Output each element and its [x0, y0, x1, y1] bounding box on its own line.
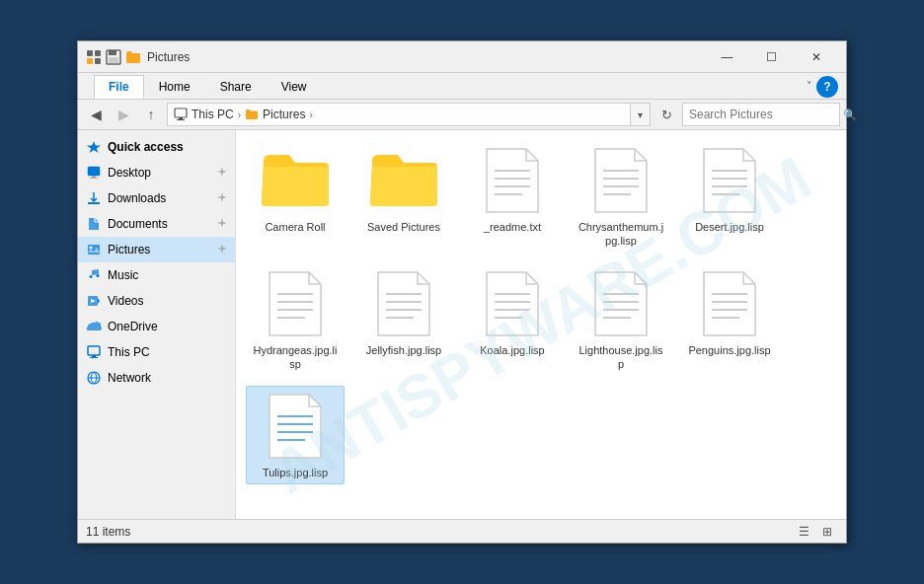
grid-view-button[interactable]: ⊞	[816, 523, 838, 541]
minimize-button[interactable]: —	[705, 41, 749, 73]
onedrive-icon	[86, 319, 102, 334]
address-bar: ◀ ▶ ↑ This PC › Pictures › ▾ ↻	[78, 100, 846, 130]
title-bar-save-icon	[106, 49, 121, 65]
svg-rect-24	[90, 357, 98, 358]
saved-pictures-label: Saved Pictures	[367, 220, 440, 234]
svg-rect-3	[95, 58, 101, 64]
pictures-label: Pictures	[108, 243, 150, 256]
documents-label: Documents	[108, 217, 168, 231]
svg-point-16	[90, 247, 93, 250]
svg-rect-13	[90, 178, 98, 179]
sidebar-item-network[interactable]: Network	[78, 365, 235, 391]
koala-doc-icon	[477, 268, 548, 339]
jellyfish-icon	[368, 268, 439, 339]
sidebar-item-music[interactable]: Music	[78, 262, 235, 288]
svg-rect-23	[92, 355, 96, 357]
path-sep-1: ›	[238, 110, 241, 120]
sidebar: Quick accessDesktopDownloadsDocumentsPic…	[78, 130, 236, 519]
koala-icon	[477, 268, 548, 339]
this-pc-label: This PC	[108, 345, 150, 359]
file-item-saved-pictures[interactable]: Saved Pictures	[354, 140, 453, 254]
videos-icon	[86, 293, 102, 309]
close-button[interactable]: ✕	[794, 41, 838, 73]
refresh-button[interactable]: ↻	[654, 103, 678, 126]
music-label: Music	[108, 268, 138, 282]
file-item-desert[interactable]: Desert.jpg.lisp	[680, 140, 779, 254]
file-item-lighthouse[interactable]: Lighthouse.jpg.lisp	[572, 263, 670, 377]
file-item-readme[interactable]: _readme.txt	[463, 140, 562, 254]
sidebar-item-downloads[interactable]: Downloads	[78, 185, 235, 211]
file-item-chrysanthemum[interactable]: Chrysanthemum.jpg.lisp	[572, 140, 670, 254]
list-view-button[interactable]: ☰	[793, 523, 814, 541]
computer-icon	[174, 108, 188, 121]
sidebar-item-videos[interactable]: Videos	[78, 288, 235, 314]
saved-pictures-icon	[368, 145, 439, 216]
search-button[interactable]: 🔍	[843, 104, 857, 125]
sidebar-item-quick-access[interactable]: Quick access	[78, 134, 235, 160]
file-area: ANTISPYWARE.COM Camera Roll Saved Pictur…	[236, 130, 846, 519]
sidebar-item-this-pc[interactable]: This PC	[78, 339, 235, 365]
readme-label: _readme.txt	[484, 220, 541, 234]
sidebar-item-desktop[interactable]: Desktop	[78, 160, 235, 185]
svg-rect-8	[179, 117, 183, 119]
forward-button[interactable]: ▶	[112, 103, 135, 126]
svg-rect-2	[87, 58, 93, 64]
music-icon	[86, 267, 102, 283]
file-item-tulips[interactable]: Tulips.jpg.lisp	[246, 386, 345, 484]
lighthouse-icon	[585, 268, 656, 339]
camera-roll-icon	[260, 145, 331, 216]
file-item-camera-roll[interactable]: Camera Roll	[246, 140, 345, 254]
ribbon-tab-view[interactable]: View	[267, 75, 322, 99]
help-button[interactable]: ?	[816, 76, 838, 98]
saved-pictures-folder-icon	[368, 145, 439, 216]
jellyfish-doc-icon	[368, 268, 439, 339]
file-item-koala[interactable]: Koala.jpg.lisp	[463, 263, 562, 377]
ribbon-tab-home[interactable]: Home	[144, 75, 205, 99]
sidebar-item-documents[interactable]: Documents	[78, 211, 235, 237]
sidebar-item-pictures[interactable]: Pictures	[78, 237, 235, 262]
path-part-2[interactable]: Pictures	[263, 108, 305, 121]
file-item-hydrangeas[interactable]: Hydrangeas.jpg.lisp	[246, 263, 345, 377]
file-item-penguins[interactable]: Penguins.jpg.lisp	[680, 263, 779, 377]
svg-point-17	[90, 275, 93, 278]
svg-rect-0	[87, 50, 93, 56]
up-button[interactable]: ↑	[139, 103, 163, 126]
tulips-label: Tulips.jpg.lisp	[263, 466, 328, 479]
pin-icon	[217, 167, 227, 179]
desktop-icon	[86, 165, 102, 181]
pictures-icon	[86, 242, 102, 257]
address-path-container: This PC › Pictures › ▾	[167, 103, 651, 126]
penguins-doc-icon	[694, 268, 765, 339]
desert-icon	[694, 145, 765, 216]
hydrangeas-doc-icon	[260, 268, 331, 339]
path-part-1[interactable]: This PC	[192, 108, 234, 121]
maximize-button[interactable]: ☐	[749, 41, 794, 73]
pin-icon	[217, 218, 227, 230]
quick-access-label: Quick access	[108, 140, 184, 154]
tulips-doc-icon	[260, 391, 331, 462]
item-count: 11 items	[86, 525, 130, 539]
documents-icon	[86, 216, 102, 232]
videos-label: Videos	[108, 294, 143, 308]
explorer-window: Pictures — ☐ ✕ FileHomeShareView ˅ ? ◀ ▶…	[77, 40, 847, 544]
network-label: Network	[108, 371, 151, 385]
ribbon-expand-icon[interactable]: ˅	[807, 80, 812, 93]
camera-roll-label: Camera Roll	[265, 220, 325, 234]
ribbon-tab-share[interactable]: Share	[205, 75, 267, 99]
file-item-jellyfish[interactable]: Jellyfish.jpg.lisp	[354, 263, 453, 377]
path-dropdown[interactable]: ▾	[631, 103, 651, 126]
search-input[interactable]	[683, 104, 843, 125]
desert-doc-icon	[694, 145, 765, 216]
readme-icon	[477, 145, 548, 216]
desert-label: Desert.jpg.lisp	[695, 220, 764, 234]
folder-icon	[245, 108, 259, 121]
back-button[interactable]: ◀	[84, 103, 108, 126]
penguins-label: Penguins.jpg.lisp	[688, 343, 770, 357]
ribbon-tab-file[interactable]: File	[94, 75, 144, 99]
quick-access-icon	[86, 139, 102, 155]
address-path[interactable]: This PC › Pictures ›	[167, 103, 631, 126]
network-icon	[86, 370, 102, 386]
chrysanthemum-label: Chrysanthemum.jpg.lisp	[577, 220, 665, 249]
sidebar-item-onedrive[interactable]: OneDrive	[78, 314, 235, 339]
camera-roll-folder-icon	[260, 145, 331, 216]
